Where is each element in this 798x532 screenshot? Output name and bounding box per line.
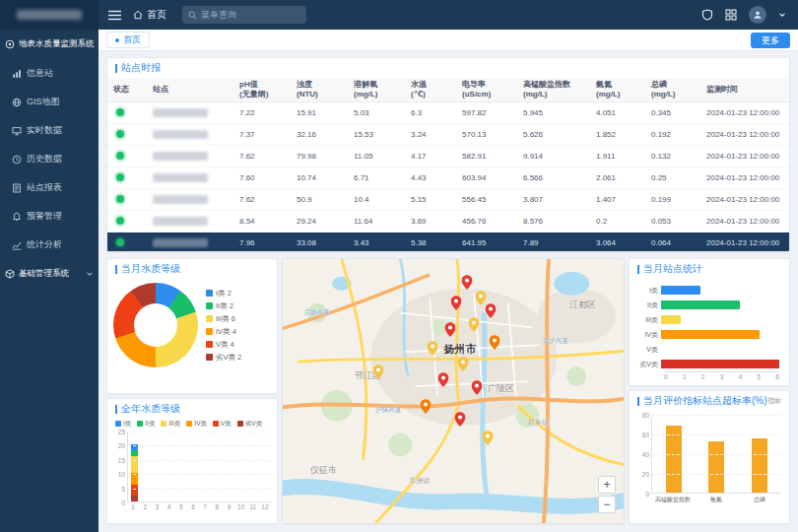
y-axis-tick: 0 (121, 499, 125, 506)
table-cell: 3.807 (517, 189, 590, 211)
stacked-bar (152, 432, 164, 501)
bar (708, 441, 724, 493)
stacked-bar (175, 432, 187, 501)
monitor-time-cell: 2024-01-23 12:00:00 (700, 233, 790, 253)
table-row[interactable]: 7.2215.915.036.3597.825.9454.0510.345202… (107, 102, 790, 124)
site-stats-axis: 0123456 (664, 371, 779, 380)
table-cell: 3.24 (405, 124, 456, 146)
hamburger-menu-icon[interactable] (108, 10, 121, 21)
sidebar-item-warning-management[interactable]: 预警管理 (0, 202, 99, 231)
sidebar-item-realtime-data[interactable]: 实时数据 (0, 116, 99, 145)
map-marker-red[interactable] (472, 380, 483, 399)
tab-bar: 首页 更多 (99, 30, 798, 51)
table-row[interactable]: 7.6250.910.45.15556.453.8071.4070.199202… (107, 189, 790, 211)
x-axis-tick: 5 (757, 373, 761, 380)
map-marker-yellow[interactable] (475, 291, 486, 309)
exceed-rate-xlabels: 高锰酸盐指数氨氮总磷 (651, 496, 781, 504)
sidebar-item-gis-map[interactable]: GIS地图 (0, 88, 99, 116)
map-marker-yellow[interactable] (428, 341, 438, 360)
zoom-out-button[interactable]: − (598, 496, 616, 513)
panel-title-site-stats: 当月站点统计 (630, 259, 789, 279)
breadcrumb-home-label: 首页 (147, 8, 166, 22)
status-dot (116, 238, 124, 246)
status-dot (116, 130, 124, 138)
x-axis-tick: 1 (683, 373, 687, 380)
map-marker-yellow[interactable] (482, 431, 493, 449)
sidebar-group-surface-water-monitor[interactable]: 地表水质量监测系统 (0, 30, 99, 59)
table-cell: 3.69 (405, 211, 456, 233)
report-table-body: 7.2215.915.036.3597.825.9454.0510.345202… (107, 102, 790, 253)
x-axis-label: 氨氮 (695, 496, 738, 504)
site-report-icon (12, 183, 22, 193)
bar (661, 330, 760, 339)
breadcrumb[interactable]: 首页 (133, 8, 166, 22)
table-row[interactable]: 8.5429.2411.643.69456.768.5760.20.053202… (107, 211, 790, 233)
table-cell: 1.852 (590, 124, 645, 146)
cube-icon (5, 269, 15, 279)
table-cell: 6.566 (517, 167, 590, 189)
sidebar-menu: 地表水质量监测系统信息站GIS地图实时数据历史数据站点报表预警管理统计分析基础管… (0, 30, 99, 289)
table-row[interactable]: 7.3732.1615.533.24570.135.6261.8520.1922… (107, 124, 790, 146)
search-input[interactable] (201, 10, 300, 20)
sidebar-item-site-report[interactable]: 站点报表 (0, 173, 99, 202)
table-cell: 6.71 (348, 167, 405, 189)
grid-apps-icon[interactable] (725, 9, 737, 21)
column-header: 溶解氧(mg/L) (348, 78, 405, 102)
panel-site-hourly-report: 站点时报 状态站点pH值(无量纲)浊度(NTU)溶解氧(mg/L)水温(℃)电导… (106, 57, 790, 252)
menu-search[interactable] (182, 6, 306, 24)
table-row[interactable]: 7.6010.746.714.43603.946.5662.0610.25202… (107, 167, 790, 189)
map[interactable]: 扬州市邗江区江都区广陵区仪征市瓜洲镇杭集镇沪陕高速京沪高速启扬高速 + − (283, 259, 624, 523)
bar (661, 286, 700, 295)
table-cell: 641.95 (456, 233, 517, 253)
home-icon (133, 10, 143, 20)
status-dot (116, 108, 124, 116)
y-axis-tick: 60 (642, 432, 649, 438)
map-marker-red[interactable] (461, 275, 472, 294)
category-label: III类 (635, 315, 661, 325)
sidebar-item-label: 实时数据 (27, 124, 62, 137)
avatar[interactable] (749, 6, 766, 24)
map-marker-yellow[interactable] (372, 365, 383, 383)
shield-icon[interactable] (701, 9, 713, 21)
table-cell: 32.16 (291, 124, 348, 146)
dashboard-content: 站点时报 状态站点pH值(无量纲)浊度(NTU)溶解氧(mg/L)水温(℃)电导… (99, 51, 798, 532)
map-marker-red[interactable] (451, 296, 462, 314)
table-row[interactable]: 7.6279.9811.054.17582.919.9141.9110.1322… (107, 146, 790, 167)
more-button[interactable]: 更多 (751, 33, 790, 48)
map-marker-red[interactable] (437, 372, 448, 391)
table-cell: 29.24 (291, 211, 348, 233)
tab-active-dot (115, 38, 119, 42)
site-name-redacted (153, 152, 208, 161)
table-cell: 7.89 (517, 233, 590, 253)
map-marker-red[interactable] (454, 412, 465, 431)
x-axis-label: 9 (223, 503, 234, 510)
sidebar-item-history-data[interactable]: 历史数据 (0, 145, 99, 173)
map-marker-red[interactable] (486, 303, 497, 322)
legend-item: IV类 (186, 420, 207, 428)
table-cell: 6.3 (405, 102, 456, 124)
table-cell: 9.914 (517, 146, 590, 167)
table-cell: 5.03 (348, 102, 405, 124)
monitor-time-cell: 2024-01-23 12:00:00 (700, 167, 790, 189)
table-cell: 7.62 (233, 146, 291, 167)
sidebar-group-base-management[interactable]: 基础管理系统 (0, 259, 99, 289)
exceed-rate-plot: 020406080 (651, 415, 781, 494)
map-marker-yellow[interactable] (458, 357, 469, 375)
donut-chart-wrap (113, 283, 198, 367)
chevron-down-icon[interactable] (778, 11, 786, 19)
column-header: 监测时间 (700, 78, 790, 102)
map-marker-red[interactable] (444, 322, 455, 341)
hbar-row: 劣V类 (635, 357, 779, 371)
zoom-in-button[interactable]: + (598, 476, 616, 494)
map-marker-orange[interactable] (489, 335, 499, 354)
sidebar-item-info-station[interactable]: 信息站 (0, 59, 99, 88)
table-row[interactable]: 7.9633.083.435.38641.957.893.0640.064202… (107, 233, 790, 253)
table-cell: 603.94 (456, 167, 517, 189)
tab-home[interactable]: 首页 (106, 32, 150, 48)
map-marker-yellow[interactable] (468, 317, 479, 336)
report-table-head-row: 状态站点pH值(无量纲)浊度(NTU)溶解氧(mg/L)水温(℃)电导率(uS/… (107, 78, 790, 102)
sidebar-item-statistics-analysis[interactable]: 统计分析 (0, 231, 99, 259)
main-area: 首页 更多 站点时报 状态站点pH值(无量纲)浊度(NTU)溶解氧(mg/L)水… (99, 30, 798, 532)
map-marker-orange[interactable] (421, 399, 432, 418)
monitor-time-cell: 2024-01-23 12:00:00 (700, 124, 790, 146)
